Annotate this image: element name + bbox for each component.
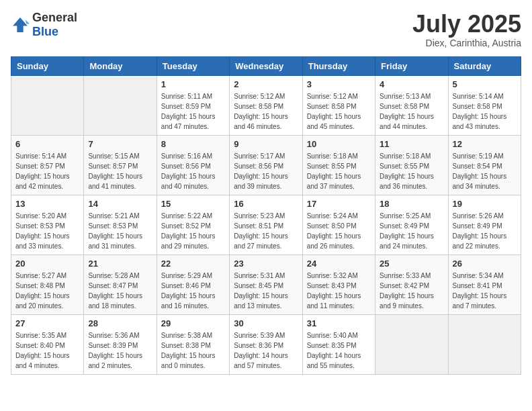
- calendar-cell: 8Sunrise: 5:16 AM Sunset: 8:56 PM Daylig…: [157, 135, 229, 195]
- day-info: Sunrise: 5:12 AM Sunset: 8:58 PM Dayligh…: [234, 91, 298, 132]
- day-info: Sunrise: 5:15 AM Sunset: 8:57 PM Dayligh…: [88, 151, 152, 191]
- calendar-cell: 23Sunrise: 5:31 AM Sunset: 8:45 PM Dayli…: [230, 255, 302, 314]
- calendar-cell: 18Sunrise: 5:25 AM Sunset: 8:49 PM Dayli…: [375, 195, 448, 255]
- calendar-cell: 19Sunrise: 5:26 AM Sunset: 8:49 PM Dayli…: [448, 195, 521, 255]
- day-info: Sunrise: 5:22 AM Sunset: 8:52 PM Dayligh…: [161, 211, 225, 251]
- day-info: Sunrise: 5:19 AM Sunset: 8:54 PM Dayligh…: [453, 151, 517, 191]
- calendar-cell: [11, 75, 84, 135]
- weekday-sunday: Sunday: [11, 56, 84, 75]
- calendar-cell: 9Sunrise: 5:17 AM Sunset: 8:56 PM Daylig…: [230, 135, 302, 195]
- day-info: Sunrise: 5:28 AM Sunset: 8:47 PM Dayligh…: [88, 271, 152, 311]
- day-number: 1: [161, 79, 225, 89]
- calendar-table: SundayMondayTuesdayWednesdayThursdayFrid…: [11, 56, 521, 375]
- day-info: Sunrise: 5:39 AM Sunset: 8:36 PM Dayligh…: [234, 330, 298, 371]
- logo-general: General: [32, 11, 77, 24]
- day-info: Sunrise: 5:31 AM Sunset: 8:45 PM Dayligh…: [234, 271, 298, 311]
- day-number: 18: [380, 199, 443, 209]
- day-info: Sunrise: 5:27 AM Sunset: 8:48 PM Dayligh…: [15, 271, 79, 311]
- day-number: 14: [88, 199, 152, 209]
- title-block: July 2025 Diex, Carinthia, Austria: [412, 11, 521, 48]
- day-info: Sunrise: 5:16 AM Sunset: 8:56 PM Dayligh…: [161, 151, 225, 191]
- calendar-cell: 17Sunrise: 5:24 AM Sunset: 8:50 PM Dayli…: [302, 195, 375, 255]
- calendar-cell: 29Sunrise: 5:38 AM Sunset: 8:38 PM Dayli…: [157, 314, 229, 374]
- day-number: 15: [161, 199, 225, 209]
- day-number: 5: [453, 79, 517, 89]
- page-header: General Blue July 2025 Diex, Carinthia, …: [11, 11, 521, 48]
- day-info: Sunrise: 5:40 AM Sunset: 8:35 PM Dayligh…: [307, 330, 371, 371]
- calendar-cell: [84, 75, 157, 135]
- month-title: July 2025: [412, 11, 521, 38]
- day-number: 21: [88, 259, 152, 269]
- week-row-3: 13Sunrise: 5:20 AM Sunset: 8:53 PM Dayli…: [11, 195, 521, 255]
- day-info: Sunrise: 5:18 AM Sunset: 8:55 PM Dayligh…: [380, 151, 443, 191]
- day-number: 24: [307, 259, 371, 269]
- week-row-1: 1Sunrise: 5:11 AM Sunset: 8:59 PM Daylig…: [11, 75, 521, 135]
- calendar-cell: 24Sunrise: 5:32 AM Sunset: 8:43 PM Dayli…: [302, 255, 375, 314]
- calendar-body: 1Sunrise: 5:11 AM Sunset: 8:59 PM Daylig…: [11, 75, 521, 374]
- day-number: 3: [307, 79, 371, 89]
- calendar-cell: 20Sunrise: 5:27 AM Sunset: 8:48 PM Dayli…: [11, 255, 84, 314]
- day-number: 20: [15, 259, 79, 269]
- calendar-cell: 6Sunrise: 5:14 AM Sunset: 8:57 PM Daylig…: [11, 135, 84, 195]
- day-number: 25: [380, 259, 443, 269]
- day-info: Sunrise: 5:17 AM Sunset: 8:56 PM Dayligh…: [234, 151, 298, 191]
- day-number: 23: [234, 259, 298, 269]
- calendar-cell: 10Sunrise: 5:18 AM Sunset: 8:55 PM Dayli…: [302, 135, 375, 195]
- day-info: Sunrise: 5:35 AM Sunset: 8:40 PM Dayligh…: [15, 330, 79, 371]
- calendar-cell: 7Sunrise: 5:15 AM Sunset: 8:57 PM Daylig…: [84, 135, 157, 195]
- logo-blue: Blue: [32, 25, 58, 38]
- calendar-cell: 28Sunrise: 5:36 AM Sunset: 8:39 PM Dayli…: [84, 314, 157, 374]
- day-number: 13: [15, 199, 79, 209]
- calendar-cell: 4Sunrise: 5:13 AM Sunset: 8:58 PM Daylig…: [375, 75, 448, 135]
- day-number: 31: [307, 318, 371, 328]
- day-info: Sunrise: 5:36 AM Sunset: 8:39 PM Dayligh…: [88, 330, 152, 371]
- day-number: 19: [453, 199, 517, 209]
- day-number: 22: [161, 259, 225, 269]
- week-row-5: 27Sunrise: 5:35 AM Sunset: 8:40 PM Dayli…: [11, 314, 521, 374]
- day-info: Sunrise: 5:32 AM Sunset: 8:43 PM Dayligh…: [307, 271, 371, 311]
- day-info: Sunrise: 5:14 AM Sunset: 8:58 PM Dayligh…: [453, 91, 517, 132]
- weekday-wednesday: Wednesday: [230, 56, 302, 75]
- weekday-friday: Friday: [375, 56, 448, 75]
- svg-marker-1: [26, 19, 30, 24]
- calendar-cell: 2Sunrise: 5:12 AM Sunset: 8:58 PM Daylig…: [230, 75, 302, 135]
- day-info: Sunrise: 5:26 AM Sunset: 8:49 PM Dayligh…: [453, 211, 517, 251]
- logo: General Blue: [11, 11, 77, 39]
- day-info: Sunrise: 5:13 AM Sunset: 8:58 PM Dayligh…: [380, 91, 443, 132]
- day-number: 30: [234, 318, 298, 328]
- day-info: Sunrise: 5:29 AM Sunset: 8:46 PM Dayligh…: [161, 271, 225, 311]
- day-number: 11: [380, 139, 443, 149]
- day-number: 29: [161, 318, 225, 328]
- calendar-cell: 13Sunrise: 5:20 AM Sunset: 8:53 PM Dayli…: [11, 195, 84, 255]
- calendar-cell: 3Sunrise: 5:12 AM Sunset: 8:58 PM Daylig…: [302, 75, 375, 135]
- day-info: Sunrise: 5:23 AM Sunset: 8:51 PM Dayligh…: [234, 211, 298, 251]
- day-number: 8: [161, 139, 225, 149]
- day-number: 16: [234, 199, 298, 209]
- day-info: Sunrise: 5:14 AM Sunset: 8:57 PM Dayligh…: [15, 151, 79, 191]
- day-number: 9: [234, 139, 298, 149]
- day-number: 4: [380, 79, 443, 89]
- calendar-cell: 12Sunrise: 5:19 AM Sunset: 8:54 PM Dayli…: [448, 135, 521, 195]
- day-number: 10: [307, 139, 371, 149]
- day-number: 6: [15, 139, 79, 149]
- calendar-cell: 5Sunrise: 5:14 AM Sunset: 8:58 PM Daylig…: [448, 75, 521, 135]
- weekday-header-row: SundayMondayTuesdayWednesdayThursdayFrid…: [11, 56, 521, 75]
- calendar-cell: 30Sunrise: 5:39 AM Sunset: 8:36 PM Dayli…: [230, 314, 302, 374]
- day-info: Sunrise: 5:33 AM Sunset: 8:42 PM Dayligh…: [380, 271, 443, 311]
- calendar-cell: 16Sunrise: 5:23 AM Sunset: 8:51 PM Dayli…: [230, 195, 302, 255]
- calendar-cell: [448, 314, 521, 374]
- calendar-cell: 11Sunrise: 5:18 AM Sunset: 8:55 PM Dayli…: [375, 135, 448, 195]
- day-number: 12: [453, 139, 517, 149]
- calendar-cell: 27Sunrise: 5:35 AM Sunset: 8:40 PM Dayli…: [11, 314, 84, 374]
- day-info: Sunrise: 5:38 AM Sunset: 8:38 PM Dayligh…: [161, 330, 225, 371]
- day-info: Sunrise: 5:34 AM Sunset: 8:41 PM Dayligh…: [453, 271, 517, 311]
- svg-marker-0: [13, 17, 28, 32]
- calendar-cell: 22Sunrise: 5:29 AM Sunset: 8:46 PM Dayli…: [157, 255, 229, 314]
- week-row-4: 20Sunrise: 5:27 AM Sunset: 8:48 PM Dayli…: [11, 255, 521, 314]
- weekday-saturday: Saturday: [448, 56, 521, 75]
- day-number: 2: [234, 79, 298, 89]
- weekday-monday: Monday: [84, 56, 157, 75]
- day-info: Sunrise: 5:25 AM Sunset: 8:49 PM Dayligh…: [380, 211, 443, 251]
- calendar-cell: 25Sunrise: 5:33 AM Sunset: 8:42 PM Dayli…: [375, 255, 448, 314]
- location: Diex, Carinthia, Austria: [412, 38, 521, 48]
